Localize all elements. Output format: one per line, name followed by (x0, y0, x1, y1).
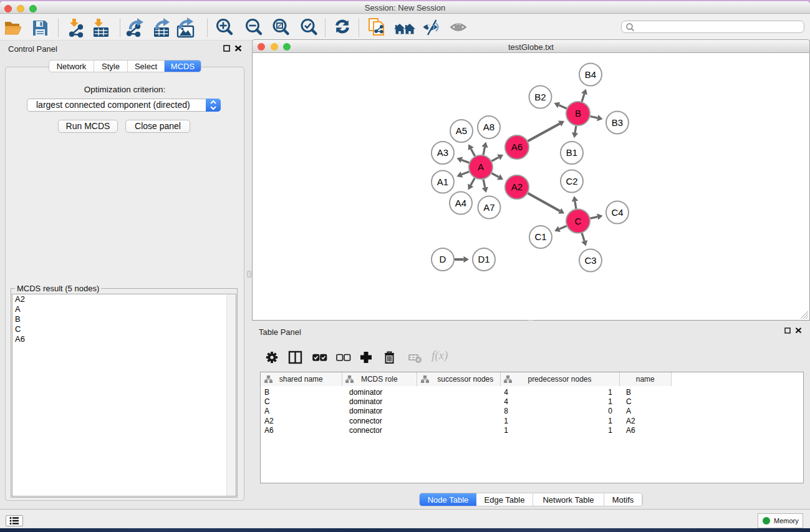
svg-text:C2: C2 (566, 176, 577, 186)
svg-text:C3: C3 (584, 255, 596, 266)
svg-text:A3: A3 (437, 147, 448, 158)
svg-text:B4: B4 (585, 69, 596, 80)
svg-text:C: C (575, 216, 582, 226)
svg-text:A: A (478, 162, 484, 172)
svg-text:A8: A8 (483, 122, 494, 132)
svg-text:A2: A2 (511, 181, 523, 192)
svg-text:A4: A4 (455, 198, 466, 208)
svg-text:B1: B1 (566, 147, 577, 158)
svg-text:B2: B2 (534, 92, 546, 102)
svg-text:C1: C1 (534, 231, 546, 242)
svg-text:C4: C4 (611, 207, 623, 218)
svg-text:B3: B3 (612, 117, 623, 128)
svg-text:B: B (575, 108, 581, 118)
svg-text:A7: A7 (483, 202, 494, 213)
svg-text:A1: A1 (437, 177, 448, 187)
svg-text:D1: D1 (478, 254, 489, 264)
svg-text:A6: A6 (511, 142, 523, 152)
svg-text:A5: A5 (456, 125, 467, 136)
svg-text:D: D (440, 254, 446, 264)
